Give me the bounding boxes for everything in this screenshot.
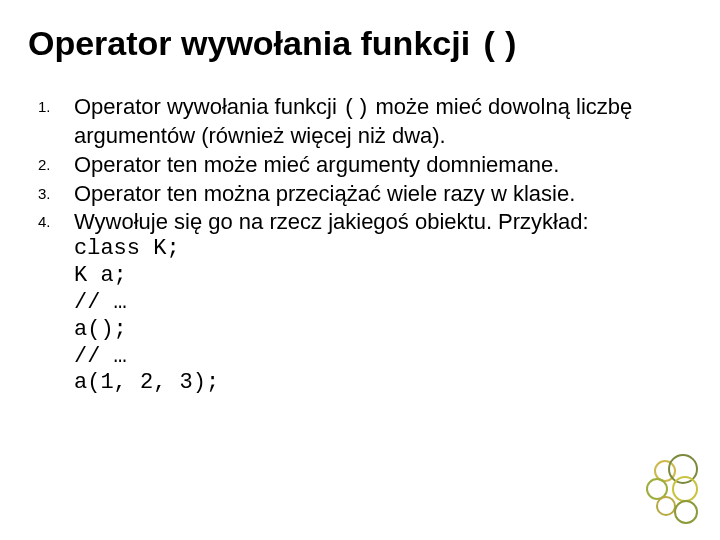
slide-title: Operator wywołania funkcji (): [28, 24, 692, 66]
item-text: Operator ten może mieć argumenty domniem…: [74, 152, 559, 177]
code-line: // …: [74, 290, 127, 315]
item-text-before: Operator wywołania funkcji: [74, 94, 343, 119]
circle-icon: [656, 496, 676, 516]
title-operator: (): [480, 27, 521, 65]
list-item: 1. Operator wywołania funkcji () może mi…: [74, 94, 692, 150]
code-line: a();: [74, 317, 127, 342]
item-text: Operator ten można przeciążać wiele razy…: [74, 181, 575, 206]
item-number: 1.: [38, 98, 51, 116]
bullet-list: 1. Operator wywołania funkcji () może mi…: [28, 94, 692, 397]
slide: Operator wywołania funkcji () 1. Operato…: [0, 0, 720, 540]
title-text: Operator wywołania funkcji: [28, 24, 480, 62]
code-line: // …: [74, 344, 127, 369]
code-line: class K;: [74, 236, 180, 261]
item-number: 4.: [38, 213, 51, 231]
code-line: a(1, 2, 3);: [74, 370, 219, 395]
list-item: 2. Operator ten może mieć argumenty domn…: [74, 152, 692, 179]
inline-code: (): [343, 96, 369, 121]
list-item: 3. Operator ten można przeciążać wiele r…: [74, 181, 692, 208]
code-block: class K; K a; // … a(); // … a(1, 2, 3);: [74, 236, 692, 397]
item-number: 3.: [38, 185, 51, 203]
code-line: K a;: [74, 263, 127, 288]
item-text: Wywołuje się go na rzecz jakiegoś obiekt…: [74, 209, 589, 234]
decorative-circles-icon: [644, 454, 704, 526]
list-item: 4. Wywołuje się go na rzecz jakiegoś obi…: [74, 209, 692, 397]
circle-icon: [674, 500, 698, 524]
circle-icon: [672, 476, 698, 502]
item-number: 2.: [38, 156, 51, 174]
